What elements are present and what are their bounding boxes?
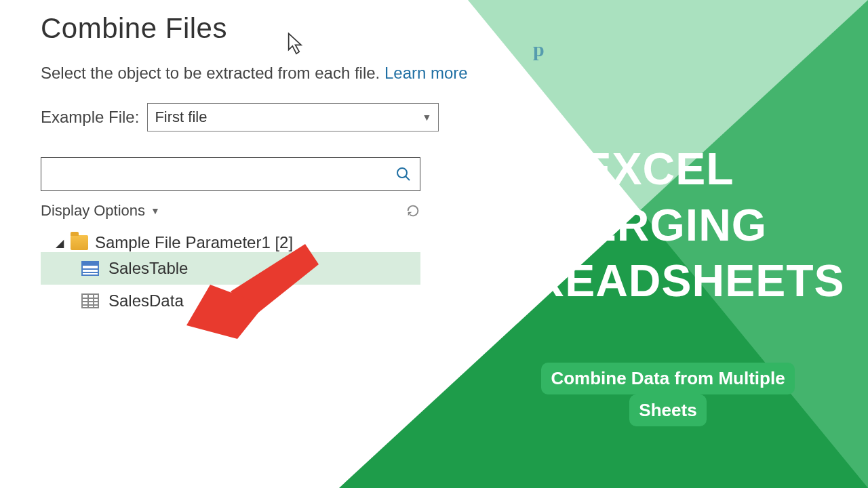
chevron-down-icon: ▼ bbox=[151, 205, 160, 216]
display-options-label: Display Options bbox=[41, 202, 145, 220]
subtitle-pill-line: Combine Data from Multiple bbox=[541, 363, 794, 394]
folder-icon bbox=[71, 235, 88, 250]
table-icon bbox=[81, 261, 99, 276]
headline-line: SPREADSHEETS bbox=[468, 253, 848, 309]
tree-item-label: SalesTable bbox=[108, 259, 188, 278]
cursor-icon bbox=[286, 33, 307, 56]
subtitle-text: Select the object to be extracted from e… bbox=[41, 64, 384, 82]
example-file-value: First file bbox=[155, 108, 207, 126]
stray-p: p bbox=[533, 38, 545, 61]
display-options-dropdown[interactable]: Display Options ▼ bbox=[41, 202, 160, 220]
sheet-icon bbox=[81, 293, 99, 308]
overlay-headline: EXCEL MERGING SPREADSHEETS bbox=[468, 141, 848, 309]
headline-line: EXCEL bbox=[468, 141, 848, 197]
folder-label: Sample File Parameter1 [2] bbox=[95, 233, 293, 252]
collapse-caret-icon[interactable]: ◢ bbox=[56, 237, 64, 249]
example-file-label: Example File: bbox=[41, 108, 139, 127]
headline-line: MERGING bbox=[468, 197, 848, 253]
subtitle-pill-line: Sheets bbox=[629, 394, 706, 426]
overlay-subtitle: Combine Data from Multiple Sheets bbox=[509, 363, 827, 426]
tree-item-label: SalesData bbox=[108, 291, 184, 310]
